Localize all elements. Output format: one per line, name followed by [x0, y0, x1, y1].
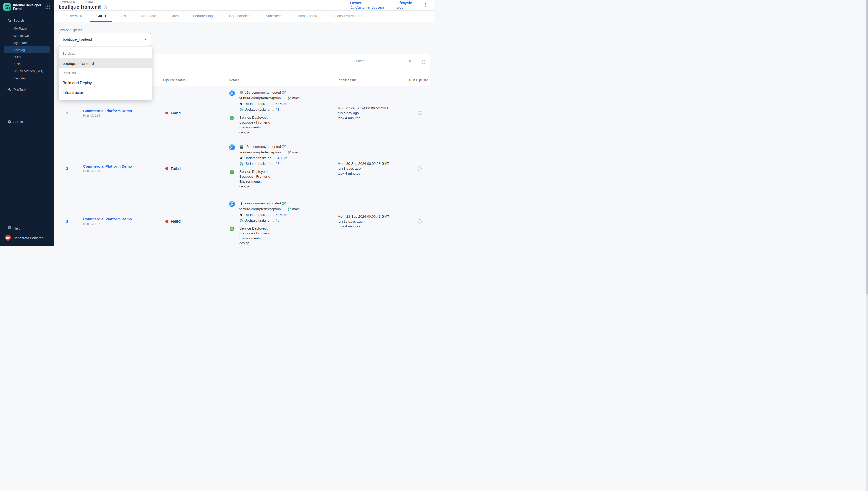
tab-infrastructure[interactable]: Infrastructure: [292, 10, 325, 22]
more-options-icon[interactable]: [424, 3, 427, 7]
sidebar-search[interactable]: Search: [4, 17, 50, 24]
repo-name: e2e-commercial-hosted: [245, 201, 281, 206]
git-branch-icon: [287, 150, 291, 155]
service-pipeline-label: Service / Pipeline: [59, 28, 434, 33]
commit-link[interactable]: 54607b: [276, 155, 287, 161]
tab-cicd[interactable]: CI/CD: [90, 10, 112, 22]
pr-link[interactable]: #8: [276, 161, 279, 167]
pr-link[interactable]: #8: [276, 107, 279, 112]
environments-label: Environments:: [240, 125, 270, 130]
environments-value: dev,qa: [240, 184, 270, 189]
arrow-right-icon: →: [282, 150, 286, 155]
git-branch-icon: [282, 201, 286, 206]
sidebar-header: Internal Developer Portal: [0, 0, 54, 11]
pipeline-dropdown-menu: Services boutique_frontend Pipelines Bui…: [59, 47, 152, 100]
people-icon: [350, 5, 354, 9]
gear-icon: [7, 120, 11, 124]
sidebar-item-admin[interactable]: Admin: [4, 118, 50, 125]
dropdown-option-infrastructure[interactable]: Infrastructure: [59, 87, 152, 97]
service-pipeline-select[interactable]: boutique_frontend: [59, 33, 151, 46]
tab-scorecard[interactable]: Scorecard: [134, 10, 163, 22]
commit-message: Updated tasks on...: [244, 212, 274, 218]
sidebar-nav: Search My Page Workflows My Team Catalog…: [0, 17, 54, 125]
tab-chaos-experiments[interactable]: Chaos Experiments: [327, 10, 369, 22]
tab-dependencies[interactable]: Dependencies: [223, 10, 257, 22]
cicd-content: Service / Pipeline boutique_frontend Ser…: [54, 22, 434, 246]
deploy-service: Boutique - Frontend: [240, 174, 270, 179]
pr-message: Updated tasks on...: [244, 107, 274, 112]
rerun-pipeline-icon[interactable]: [417, 166, 423, 171]
refresh-icon[interactable]: [421, 59, 426, 65]
sidebar-item-help[interactable]: Help: [4, 225, 50, 232]
run-timestamp: Mon, 07 Oct 2024 00:00:52 GMT: [338, 106, 409, 111]
run-relative-time: run 8 days ago: [338, 166, 409, 171]
pull-request-icon: [240, 161, 243, 167]
sidebar-item-docs[interactable]: Docs: [4, 53, 50, 61]
pipeline-name-link[interactable]: Commercial Platform Demo: [83, 217, 163, 221]
sidebar-item-devtools[interactable]: DevTools: [4, 86, 50, 93]
run-duration: took 4 minutes: [338, 116, 409, 120]
status-text: Failed: [171, 111, 181, 115]
status-failed-dot: [165, 220, 168, 223]
lifecycle-block: Lifecycle prod: [396, 1, 412, 9]
sidebar-item-catalog[interactable]: Catalog: [4, 46, 50, 53]
clear-filter-icon[interactable]: [408, 59, 411, 63]
branch-to: main: [292, 95, 300, 101]
selected-pipeline-value: boutique_frontend: [63, 37, 92, 41]
filter-input[interactable]: [356, 59, 406, 63]
tab-kubernetes[interactable]: Kubernetes: [259, 10, 290, 22]
favorite-star-icon[interactable]: [103, 5, 108, 9]
sidebar-item-my-page[interactable]: My Page: [4, 25, 50, 32]
rerun-pipeline-icon[interactable]: [417, 219, 423, 224]
sidebar-item-apis[interactable]: APIs: [4, 60, 50, 67]
owner-link[interactable]: Customer Success: [350, 5, 384, 9]
tab-overview[interactable]: Overview: [61, 10, 88, 22]
ci-stage-icon: [229, 144, 235, 167]
run-id: Run ID: 183: [83, 169, 163, 173]
col-details: Details: [229, 78, 338, 82]
sidebar-item-label: DevTools: [13, 88, 27, 91]
apps-grid-icon[interactable]: [45, 4, 51, 9]
sidebar-item-label: Admin: [13, 120, 23, 124]
status-text: Failed: [171, 219, 181, 223]
lifecycle-value: prod: [396, 5, 412, 9]
app-title: Internal Developer Portal: [13, 3, 45, 11]
deploy-service: Boutique - Frontend: [240, 120, 270, 125]
dropdown-option-boutique-frontend[interactable]: boutique_frontend: [59, 59, 152, 68]
environments-label: Environments:: [240, 179, 270, 184]
pr-link[interactable]: #8: [276, 218, 279, 223]
commit-link[interactable]: 54607b: [276, 212, 287, 218]
run-number[interactable]: 2: [66, 167, 68, 171]
environments-label: Environments:: [240, 236, 270, 240]
sidebar-search-label: Search: [13, 19, 24, 23]
branch-from: feature/corruptedexception: [240, 95, 281, 101]
pull-request-icon: [240, 218, 243, 223]
rerun-pipeline-icon[interactable]: [417, 110, 423, 116]
tab-feature-flags[interactable]: Feature Flags: [187, 10, 221, 22]
run-number[interactable]: 1: [66, 111, 68, 115]
entity-kind: COMPONENT — SERVICE: [59, 0, 108, 3]
tab-api[interactable]: API: [114, 10, 132, 22]
commit-icon: [240, 155, 243, 161]
dropdown-option-build-and-deploy[interactable]: Build and Deploy: [59, 78, 152, 87]
sidebar-item-my-team[interactable]: My Team: [4, 39, 50, 47]
owner-label: Owner: [350, 1, 384, 5]
repository-icon: [240, 144, 243, 150]
run-number[interactable]: 3: [66, 219, 68, 223]
owner-value: Customer Success: [355, 5, 384, 9]
branch-from: feature/corruptedexception: [240, 206, 281, 212]
sidebar-footer: Help DP Debabrata Panigrahi: [0, 225, 54, 246]
tab-docs[interactable]: Docs: [164, 10, 185, 22]
sidebar-item-dora-metrics[interactable]: DORA Metrics (SEI): [4, 67, 50, 75]
pipeline-name-link[interactable]: Commercial Platform Demo: [83, 164, 163, 168]
sidebar-item-register[interactable]: Register: [4, 75, 50, 82]
user-name: Debabrata Panigrahi: [13, 236, 44, 240]
avatar: DP: [5, 235, 11, 240]
help-icon: [7, 226, 11, 231]
pipeline-name-link[interactable]: Commercial Platform Demo: [83, 109, 163, 113]
git-branch-icon: [287, 95, 291, 101]
commit-link[interactable]: 54607b: [276, 101, 287, 107]
sidebar-item-workflows[interactable]: Workflows: [4, 32, 50, 39]
run-relative-time: run a day ago: [338, 111, 409, 116]
user-menu[interactable]: DP Debabrata Panigrahi: [4, 235, 50, 240]
